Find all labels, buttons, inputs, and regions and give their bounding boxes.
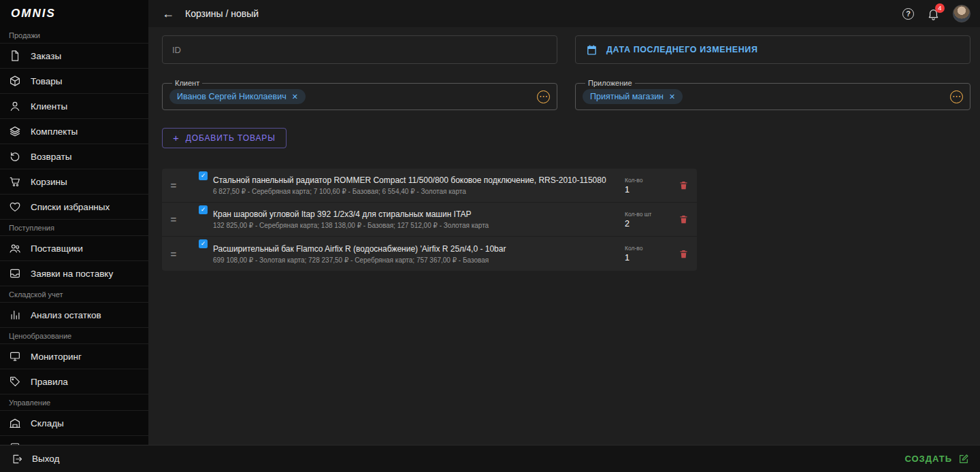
sidebar-item-financial-accounting[interactable]: Финансовый учет xyxy=(0,436,148,445)
footer-bar: Выход СОЗДАТЬ xyxy=(0,445,980,472)
bar-chart-icon xyxy=(9,309,21,321)
package-icon xyxy=(9,75,21,87)
sidebar-item-carts[interactable]: Корзины xyxy=(0,169,148,195)
nav-section-warehouse-accounting: Складской учет xyxy=(0,286,148,303)
sidebar-item-warehouses[interactable]: Склады xyxy=(0,411,148,436)
sidebar-item-label: Мониторинг xyxy=(31,352,82,362)
sidebar-item-stock-analysis[interactable]: Анализ остатков xyxy=(0,303,148,328)
nav-section-management: Управление xyxy=(0,394,148,411)
drag-handle-icon[interactable]: = xyxy=(162,248,185,260)
create-button[interactable]: СОЗДАТЬ xyxy=(904,454,969,465)
brand-logo: OMNIS xyxy=(11,7,56,20)
product-title: Кран шаровой угловой Itap 392 1/2x3/4 дл… xyxy=(213,209,617,220)
person-icon xyxy=(9,100,21,112)
close-icon[interactable]: ✕ xyxy=(669,93,675,101)
sidebar-item-products[interactable]: Товары xyxy=(0,69,148,94)
client-field[interactable]: Клиент Иванов Сергей Николаевич ✕ ⋯ xyxy=(162,79,557,110)
product-title: Стальной панельный радиатор ROMMER Compa… xyxy=(213,175,617,186)
nav-section-sales: Продажи xyxy=(0,27,148,44)
date-button-label: ДАТА ПОСЛЕДНЕГО ИЗМЕНЕНИЯ xyxy=(606,45,758,54)
sidebar-item-label: Склады xyxy=(31,418,64,428)
topbar-actions: ? 4 xyxy=(902,5,970,22)
nav-section-pricing: Ценообразование xyxy=(0,328,148,344)
create-icon xyxy=(958,454,969,465)
drag-handle-icon[interactable]: = xyxy=(162,180,185,191)
quantity-value[interactable]: 1 xyxy=(625,253,670,263)
product-title: Расширительный бак Flamco Airfix R (водо… xyxy=(213,244,617,254)
delete-product-button[interactable] xyxy=(670,249,697,259)
plus-icon: + xyxy=(173,133,180,143)
help-button[interactable]: ? xyxy=(902,8,914,20)
create-button-label: СОЗДАТЬ xyxy=(904,454,952,464)
application-field-row: Приятный магазин ✕ ⋯ xyxy=(583,88,963,105)
sidebar-item-label: Анализ остатков xyxy=(31,310,101,320)
trash-icon xyxy=(679,214,689,224)
sidebar-item-label: Комплекты xyxy=(31,127,78,137)
sidebar-item-label: Заявки на поставку xyxy=(31,269,113,279)
people-icon xyxy=(9,242,21,254)
client-chip-label: Иванов Сергей Николаевич xyxy=(177,92,287,101)
id-field-wrap xyxy=(162,35,557,64)
add-products-label: ДОБАВИТЬ ТОВАРЫ xyxy=(186,133,276,143)
application-field[interactable]: Приложение Приятный магазин ✕ ⋯ xyxy=(575,79,970,110)
delete-product-button[interactable] xyxy=(670,180,697,190)
product-info: Стальной панельный радиатор ROMMER Compa… xyxy=(213,175,625,195)
sidebar-item-orders[interactable]: Заказы xyxy=(0,44,148,69)
client-field-row: Иванов Сергей Николаевич ✕ ⋯ xyxy=(169,88,550,105)
restore-icon xyxy=(9,150,21,163)
logout-icon xyxy=(11,453,23,465)
close-icon[interactable]: ✕ xyxy=(292,93,298,101)
notifications-badge: 4 xyxy=(935,3,945,13)
sidebar-item-favorites[interactable]: Списки избранных xyxy=(0,195,148,220)
notifications-button[interactable]: 4 xyxy=(927,7,940,20)
page-title: Корзины / новый xyxy=(185,8,259,19)
drag-handle-icon[interactable]: = xyxy=(162,214,185,225)
client-field-label: Клиент xyxy=(172,79,202,87)
sidebar-item-label: Списки избранных xyxy=(31,202,110,212)
document-icon xyxy=(9,50,21,62)
id-input[interactable] xyxy=(162,35,557,64)
product-info: Кран шаровой угловой Itap 392 1/2x3/4 дл… xyxy=(213,209,625,229)
last-modified-date-button[interactable]: ДАТА ПОСЛЕДНЕГО ИЗМЕНЕНИЯ xyxy=(575,35,970,64)
sidebar-item-rules[interactable]: Правила xyxy=(0,369,148,394)
tag-icon xyxy=(9,375,21,388)
cart-icon xyxy=(9,175,21,188)
sidebar-item-label: Корзины xyxy=(31,177,67,187)
sidebar-item-label: Возвраты xyxy=(31,152,71,162)
product-checkbox[interactable]: ✓ xyxy=(199,239,208,248)
sidebar-item-suppliers[interactable]: Поставщики xyxy=(0,236,148,261)
client-options-button[interactable]: ⋯ xyxy=(537,90,550,103)
sidebar-item-monitoring[interactable]: Мониторинг xyxy=(0,344,148,369)
logout-label: Выход xyxy=(32,454,59,464)
main-content: ДАТА ПОСЛЕДНЕГО ИЗМЕНЕНИЯ Клиент Иванов … xyxy=(148,27,980,445)
quantity-value[interactable]: 2 xyxy=(625,219,670,229)
quantity-field: Кол-во 1 xyxy=(625,177,670,195)
topbar: ← Корзины / новый ? 4 xyxy=(148,0,980,27)
product-prices: 6 827,50 ₽ - Серебряная карта; 7 100,60 … xyxy=(213,188,617,195)
sidebar-item-label: Правила xyxy=(31,377,68,387)
application-chip: Приятный магазин ✕ xyxy=(583,89,683,104)
product-checkbox[interactable]: ✓ xyxy=(199,171,208,180)
checkmark-icon: ✓ xyxy=(201,241,206,247)
nav-section-receipts: Поступления xyxy=(0,220,148,236)
product-list: = ✓ Стальной панельный радиатор ROMMER C… xyxy=(162,169,697,271)
product-thumbnail: ✓ xyxy=(185,242,203,265)
quantity-value[interactable]: 1 xyxy=(625,185,670,195)
quantity-label: Кол-во шт xyxy=(625,211,670,218)
logout-button[interactable]: Выход xyxy=(11,453,59,465)
sidebar-item-returns[interactable]: Возвраты xyxy=(0,144,148,169)
sidebar-item-clients[interactable]: Клиенты xyxy=(0,94,148,119)
sidebar-item-kits[interactable]: Комплекты xyxy=(0,119,148,144)
product-row: = ✓ Стальной панельный радиатор ROMMER C… xyxy=(162,169,697,203)
sidebar-item-label: Заказы xyxy=(31,51,61,61)
back-button[interactable]: ← xyxy=(162,7,174,20)
product-checkbox[interactable]: ✓ xyxy=(199,205,208,214)
add-products-button[interactable]: + ДОБАВИТЬ ТОВАРЫ xyxy=(162,128,287,148)
avatar[interactable] xyxy=(953,5,970,22)
application-options-button[interactable]: ⋯ xyxy=(950,90,963,103)
calendar-icon xyxy=(586,44,598,56)
client-chip: Иванов Сергей Николаевич ✕ xyxy=(169,89,306,104)
sidebar-item-supply-requests[interactable]: Заявки на поставку xyxy=(0,261,148,286)
delete-product-button[interactable] xyxy=(670,214,697,224)
trash-icon xyxy=(679,249,689,259)
